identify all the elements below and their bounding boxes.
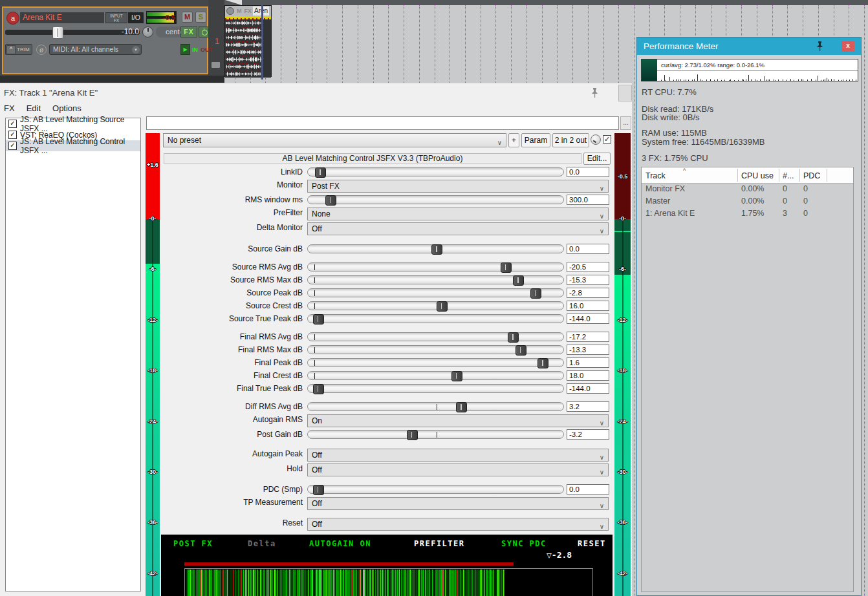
param-value[interactable]: 0.0: [567, 167, 609, 177]
pin-icon[interactable]: [815, 41, 825, 54]
param-slider[interactable]: [307, 332, 564, 341]
preset-add-button[interactable]: +: [508, 133, 519, 147]
param-slider[interactable]: [307, 195, 564, 204]
close-button[interactable]: x: [841, 41, 854, 52]
param-slider[interactable]: [307, 402, 564, 411]
fx-enable-checkbox[interactable]: ✓: [8, 120, 17, 128]
item-fx-button[interactable]: FX: [243, 8, 254, 14]
slider-thumb[interactable]: [456, 402, 467, 412]
media-item[interactable]: M FX Aren: [224, 5, 272, 77]
param-value[interactable]: 300.0: [567, 195, 609, 205]
slider-thumb[interactable]: [431, 244, 442, 255]
item-mute-button[interactable]: M: [235, 8, 243, 14]
lcd-button-delta[interactable]: Delta: [248, 539, 276, 548]
param-button[interactable]: Param: [521, 133, 550, 147]
menu-item-options[interactable]: Options: [52, 103, 81, 113]
midi-input-select[interactable]: MIDI: All: All channels▼: [49, 44, 142, 55]
volume-fader-thumb[interactable]: [52, 27, 63, 39]
param-slider[interactable]: [307, 262, 564, 271]
record-monitor-button[interactable]: ▶: [180, 44, 190, 55]
mute-button[interactable]: M: [182, 12, 193, 23]
track-control-panel[interactable]: a Arena Kit E INPUTFX I/O -0.5 M S -10.0…: [2, 6, 208, 74]
table-row[interactable]: Master0.00%00: [642, 195, 853, 208]
track-icon-badge[interactable]: a: [6, 12, 19, 25]
lcd-button-prefilter[interactable]: PREFILTER: [414, 539, 465, 548]
param-dropdown[interactable]: On∨: [307, 414, 609, 427]
fx-enable-checkbox[interactable]: ✓: [8, 142, 17, 150]
phase-button[interactable]: ø: [36, 45, 47, 55]
param-slider[interactable]: [307, 371, 564, 380]
param-value[interactable]: -3.2: [567, 429, 609, 440]
menu-item-edit[interactable]: Edit: [27, 103, 41, 113]
param-slider[interactable]: [307, 358, 564, 367]
track-name-field[interactable]: Arena Kit E: [20, 12, 104, 23]
input-fx-button[interactable]: INPUTFX: [105, 12, 127, 23]
lcd-button-reset[interactable]: RESET: [578, 539, 606, 548]
param-value[interactable]: 1.6: [567, 357, 609, 368]
param-value[interactable]: 0.0: [567, 484, 609, 495]
param-slider[interactable]: [307, 275, 564, 284]
item-volume-knob-icon[interactable]: [226, 7, 234, 15]
slider-thumb[interactable]: [313, 485, 324, 495]
lcd-button-sync-pdc[interactable]: SYNC PDC: [501, 539, 547, 548]
edit-cursor[interactable]: [261, 5, 263, 80]
fx-enable-checkbox[interactable]: ✓: [8, 131, 17, 139]
edit-button[interactable]: Edit...: [583, 153, 611, 165]
param-slider[interactable]: [307, 384, 564, 393]
table-header[interactable]: TrackCPU use#...PDC^: [642, 167, 853, 184]
io-button[interactable]: I/O: [128, 12, 144, 23]
param-value[interactable]: -144.0: [567, 314, 609, 324]
param-value[interactable]: -2.8: [567, 288, 609, 298]
fx-comment-field[interactable]: [146, 116, 619, 130]
param-dropdown[interactable]: Off∨: [307, 518, 609, 531]
table-header-track[interactable]: Track: [646, 171, 666, 180]
fx-chain-list[interactable]: ✓JS: AB Level Matching Source JSFX ...✓V…: [5, 118, 141, 591]
fx-enabled-checkbox[interactable]: ✓: [603, 135, 611, 144]
perf-titlebar[interactable]: Performance Meter x: [637, 37, 861, 55]
param-dropdown[interactable]: None∨: [307, 208, 609, 220]
pin-icon[interactable]: [590, 87, 600, 101]
window-button[interactable]: [618, 85, 632, 101]
slider-thumb[interactable]: [313, 384, 324, 394]
param-value[interactable]: 0.0: [567, 244, 609, 254]
lcd-button-autogain-on[interactable]: AUTOGAIN ON: [309, 539, 371, 548]
slider-thumb[interactable]: [537, 358, 548, 368]
trim-envelope-button[interactable]: ^TRIM: [5, 44, 32, 55]
io-pin-button[interactable]: 2 in 2 out: [552, 133, 589, 147]
table-row[interactable]: 1: Arena Kit E1.75%30: [642, 208, 853, 220]
fx-button[interactable]: FX: [180, 27, 197, 37]
param-dropdown[interactable]: Off∨: [307, 497, 609, 510]
param-slider[interactable]: [307, 244, 564, 253]
lcd-button-post-fx[interactable]: POST FX: [173, 539, 213, 548]
slider-thumb[interactable]: [508, 332, 519, 343]
param-dropdown[interactable]: Off∨: [307, 222, 609, 235]
fx-chain-item[interactable]: ✓JS: AB Level Matching Control JSFX ...: [6, 140, 140, 151]
fx-cpu-table[interactable]: TrackCPU use#...PDC^ Monitor FX0.00%00Ma…: [641, 167, 854, 592]
param-dropdown[interactable]: Off∨: [307, 449, 609, 462]
slider-thumb[interactable]: [313, 314, 324, 325]
param-slider[interactable]: [307, 167, 564, 176]
menu-item-fx[interactable]: FX: [4, 103, 15, 113]
param-value[interactable]: 16.0: [567, 301, 609, 311]
preset-select[interactable]: No preset ∨: [163, 133, 506, 147]
param-value[interactable]: -17.2: [567, 332, 609, 342]
param-dropdown[interactable]: Post FX∨: [307, 180, 609, 193]
slider-thumb[interactable]: [437, 301, 448, 312]
fx-bypass-button[interactable]: [199, 27, 209, 37]
slider-thumb[interactable]: [515, 345, 526, 356]
table-header-pdc[interactable]: PDC: [803, 171, 820, 180]
slider-thumb[interactable]: [407, 430, 418, 440]
param-slider[interactable]: [307, 345, 564, 354]
slider-thumb[interactable]: [451, 371, 462, 381]
slider-thumb[interactable]: [501, 262, 512, 273]
slider-thumb[interactable]: [325, 195, 336, 206]
slider-thumb[interactable]: [315, 167, 326, 178]
slider-thumb[interactable]: [513, 275, 524, 286]
param-slider[interactable]: [307, 288, 564, 297]
param-slider[interactable]: [307, 430, 564, 439]
slider-thumb[interactable]: [530, 288, 541, 299]
param-dropdown[interactable]: Off∨: [307, 463, 609, 476]
media-item-header[interactable]: M FX Aren: [225, 6, 271, 16]
pan-knob[interactable]: [142, 27, 153, 37]
param-value[interactable]: -144.0: [567, 383, 609, 394]
